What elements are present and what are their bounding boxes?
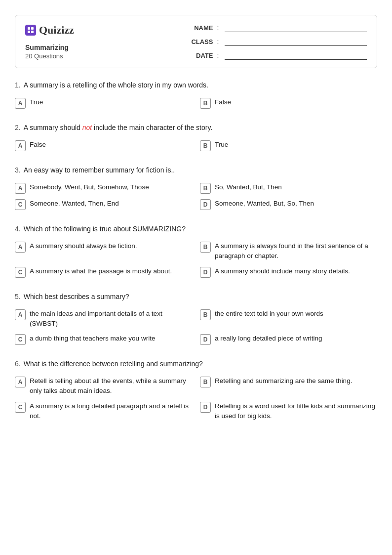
question-6-number: 6. — [15, 360, 21, 368]
option-2-a: AFalse — [15, 140, 192, 151]
option-label-6-c: C — [15, 402, 26, 413]
option-text-3-c: Someone, Wanted, Then, End — [30, 199, 119, 209]
option-4-d: DA summary should include many story det… — [200, 266, 377, 278]
question-6-text: 6.What is the difference between retelli… — [15, 359, 377, 369]
option-3-c: CSomeone, Wanted, Then, End — [15, 199, 192, 210]
svg-rect-0 — [28, 27, 30, 30]
question-3-text: 3.An easy way to remember summary for fi… — [15, 165, 377, 175]
option-label-4-a: A — [15, 242, 26, 253]
question-5-number: 5. — [15, 293, 21, 300]
option-label-1-a: A — [15, 98, 26, 109]
question-1-text: 1.A summary is a retelling of the whole … — [15, 80, 377, 90]
logo-text: Quizizz — [39, 24, 74, 37]
option-4-b: BA summary is always found in the first … — [200, 241, 377, 261]
header-box: Quizizz Summarizing 20 Questions NAME : … — [15, 15, 377, 68]
svg-rect-3 — [31, 31, 34, 33]
question-5: 5.Which best describes a summary?Athe ma… — [15, 292, 377, 345]
option-label-4-b: B — [200, 242, 211, 253]
option-text-3-a: Somebody, Went, But, Somehow, Those — [30, 182, 149, 192]
option-text-6-b: Retelling and summarizing are the same t… — [215, 376, 352, 386]
question-1-options: ATrueBFalse — [15, 97, 377, 109]
question-3-number: 3. — [15, 166, 21, 174]
svg-rect-1 — [31, 27, 34, 30]
option-label-3-c: C — [15, 199, 26, 210]
class-label: CLASS — [186, 38, 213, 45]
option-1-b: BFalse — [200, 97, 377, 109]
option-6-a: ARetell is telling about all the events,… — [15, 376, 192, 396]
option-label-5-a: A — [15, 309, 26, 320]
question-4-options: AA summary should always be fiction.BA s… — [15, 241, 377, 278]
option-6-c: CA summary is a long detailed paragraph … — [15, 401, 192, 422]
date-field-row: DATE : — [186, 51, 367, 60]
question-1: 1.A summary is a retelling of the whole … — [15, 80, 377, 109]
option-text-6-c: A summary is a long detailed paragraph a… — [30, 401, 192, 422]
option-label-5-b: B — [200, 309, 211, 320]
option-text-1-a: True — [30, 97, 43, 107]
question-5-options: Athe main ideas and important details of… — [15, 309, 377, 345]
name-label: NAME — [186, 24, 213, 32]
header-right: NAME : CLASS : DATE : — [176, 23, 367, 60]
option-5-b: Bthe entire text told in your own words — [200, 309, 377, 329]
logo-icon — [25, 25, 36, 36]
questions-container: 1.A summary is a retelling of the whole … — [15, 80, 377, 421]
option-4-a: AA summary should always be fiction. — [15, 241, 192, 261]
question-4-text: 4.Which of the following is true about S… — [15, 224, 377, 234]
question-6-options: ARetell is telling about all the events,… — [15, 376, 377, 421]
option-text-3-d: Someone, Wanted, But, So, Then — [215, 199, 314, 209]
option-label-4-d: D — [200, 267, 211, 278]
option-text-5-b: the entire text told in your own words — [215, 309, 323, 319]
quiz-title: Summarizing — [25, 43, 176, 51]
option-4-c: CA summary is what the passage is mostly… — [15, 266, 192, 278]
option-label-5-c: C — [15, 334, 26, 345]
question-3-options: ASomebody, Went, But, Somehow, ThoseBSo,… — [15, 182, 377, 210]
option-label-6-b: B — [200, 377, 211, 387]
option-6-b: BRetelling and summarizing are the same … — [200, 376, 377, 396]
option-text-3-b: So, Wanted, But, Then — [215, 182, 282, 192]
option-text-1-b: False — [215, 97, 231, 107]
option-text-4-a: A summary should always be fiction. — [30, 241, 137, 251]
question-1-number: 1. — [15, 81, 21, 89]
option-label-3-b: B — [200, 183, 211, 194]
option-5-c: Ca dumb thing that teachers make you wri… — [15, 334, 192, 345]
date-label: DATE — [186, 52, 213, 59]
option-text-4-d: A summary should include many story deta… — [215, 266, 350, 276]
question-5-text: 5.Which best describes a summary? — [15, 292, 377, 302]
option-3-d: DSomeone, Wanted, But, So, Then — [200, 199, 377, 210]
option-label-3-d: D — [200, 199, 211, 210]
option-3-a: ASomebody, Went, But, Somehow, Those — [15, 182, 192, 194]
question-2: 2.A summary should not include the main … — [15, 123, 377, 151]
option-text-5-c: a dumb thing that teachers make you writ… — [30, 334, 155, 343]
option-5-d: Da really long detailed piece of writing — [200, 334, 377, 345]
question-3: 3.An easy way to remember summary for fi… — [15, 165, 377, 210]
option-text-4-b: A summary is always found in the first s… — [215, 241, 377, 261]
option-text-5-d: a really long detailed piece of writing — [215, 334, 322, 343]
option-text-2-b: True — [215, 140, 228, 150]
name-line — [225, 23, 367, 32]
option-label-1-b: B — [200, 98, 211, 109]
quiz-subtitle: 20 Questions — [25, 52, 176, 60]
class-field-row: CLASS : — [186, 37, 367, 46]
option-6-d: DRetelling is a word used for little kid… — [200, 401, 377, 422]
option-label-6-d: D — [200, 402, 211, 413]
option-label-2-a: A — [15, 140, 26, 151]
question-4-number: 4. — [15, 225, 21, 233]
highlight-not: not — [82, 124, 92, 131]
header-left: Quizizz Summarizing 20 Questions — [25, 23, 176, 60]
option-label-2-b: B — [200, 140, 211, 151]
option-label-5-d: D — [200, 334, 211, 345]
class-line — [225, 37, 367, 46]
question-2-options: AFalseBTrue — [15, 140, 377, 151]
option-text-6-a: Retell is telling about all the events, … — [30, 376, 192, 396]
option-3-b: BSo, Wanted, But, Then — [200, 182, 377, 194]
option-text-4-c: A summary is what the passage is mostly … — [30, 266, 172, 276]
option-1-a: ATrue — [15, 97, 192, 109]
option-label-6-a: A — [15, 377, 26, 387]
option-2-b: BTrue — [200, 140, 377, 151]
option-text-6-d: Retelling is a word used for little kids… — [215, 401, 377, 422]
logo: Quizizz — [25, 24, 176, 37]
question-2-text: 2.A summary should not include the main … — [15, 123, 377, 133]
question-4: 4.Which of the following is true about S… — [15, 224, 377, 278]
svg-rect-2 — [28, 31, 30, 33]
date-line — [225, 51, 367, 60]
option-text-2-a: False — [30, 140, 46, 150]
